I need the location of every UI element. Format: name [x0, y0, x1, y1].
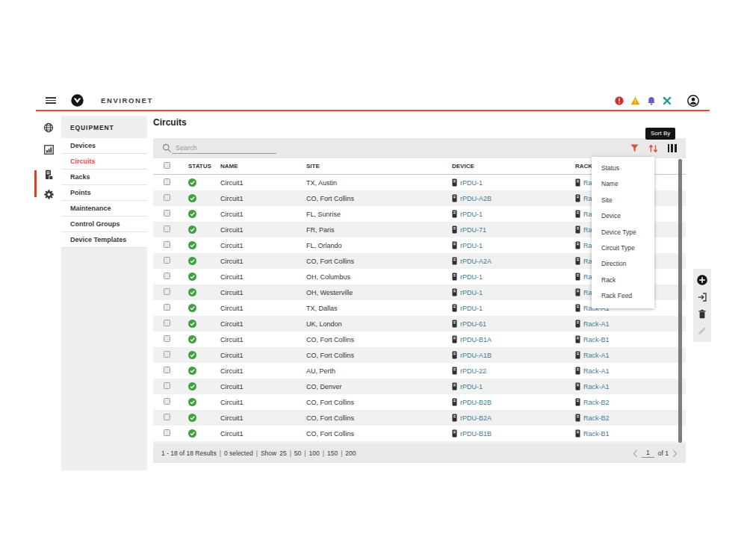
notifications-icon[interactable] — [647, 96, 656, 105]
next-page-icon[interactable] — [672, 449, 678, 458]
filter-icon[interactable] — [630, 144, 639, 152]
device-link[interactable]: rPDU-71 — [460, 226, 486, 234]
rack-link[interactable]: Rack-B2 — [583, 399, 610, 406]
page-size-option[interactable]: 150 — [327, 449, 338, 457]
row-checkbox[interactable] — [164, 178, 170, 185]
device-link[interactable]: rPDU-B1A — [460, 336, 492, 343]
select-all-checkbox[interactable] — [164, 162, 170, 169]
device-link[interactable]: rPDU-1 — [460, 242, 483, 249]
device-link[interactable]: rPDU-22 — [460, 367, 486, 375]
sort-menu-item[interactable]: Device — [592, 208, 654, 224]
row-checkbox[interactable] — [164, 225, 170, 232]
device-link[interactable]: rPDU-A2B — [460, 195, 492, 202]
device-link[interactable]: rPDU-1 — [460, 211, 483, 218]
sidebar-menu-item[interactable]: Control Groups — [61, 217, 147, 232]
add-button[interactable] — [697, 275, 707, 285]
row-checkbox[interactable] — [164, 288, 170, 295]
device-link[interactable]: rPDU-A2A — [460, 258, 492, 265]
search-input[interactable] — [172, 143, 276, 154]
table-row[interactable]: Circuit1 CO, Denver rPDU-1 Rack-A1 — [153, 379, 686, 394]
device-link[interactable]: rPDU-61 — [460, 320, 486, 328]
table-row[interactable]: Circuit1 UK, London rPDU-61 Rack-A1 — [153, 316, 686, 332]
table-row[interactable]: Circuit1 CO, Fort Collins rPDU-B1B Rack-… — [153, 426, 686, 441]
sort-menu-item[interactable]: Direction — [592, 256, 654, 272]
hamburger-menu-icon[interactable] — [46, 96, 56, 105]
sort-icon[interactable] — [648, 144, 658, 153]
sort-menu-item[interactable]: Rack — [592, 273, 654, 288]
table-row[interactable]: Circuit1 CO, Fort Collins rPDU-B1A Rack-… — [153, 332, 686, 347]
columns-icon[interactable] — [668, 144, 677, 152]
sort-by-tooltip: Sort By — [645, 128, 675, 140]
page-size-option[interactable]: 200 — [345, 449, 356, 457]
critical-alarm-icon[interactable] — [615, 96, 624, 105]
sort-menu-item[interactable]: Circuit Type — [592, 240, 654, 256]
column-header-device[interactable]: DEVICE — [444, 163, 568, 169]
table-scrollbar[interactable] — [678, 159, 682, 443]
sidebar-menu-item[interactable]: Circuits — [61, 154, 147, 169]
sidebar-menu-item[interactable]: Racks — [61, 169, 147, 185]
sidebar-menu-item[interactable]: Points — [61, 185, 147, 201]
table-row[interactable]: Circuit1 CO, Fort Collins rPDU-A1B Rack-… — [153, 347, 686, 363]
sort-menu-item[interactable]: Name — [592, 176, 654, 192]
sidebar-menu-item[interactable]: Devices — [61, 138, 147, 154]
rack-link[interactable]: Rack-B2 — [583, 414, 610, 422]
page-size-option[interactable]: 25 — [279, 449, 286, 457]
rack-link[interactable]: Rack-B1 — [583, 430, 610, 438]
column-header-name[interactable]: NAME — [214, 163, 298, 169]
device-link[interactable]: rPDU-B2A — [460, 414, 492, 422]
row-checkbox[interactable] — [164, 210, 170, 217]
warning-alarm-icon[interactable] — [630, 96, 640, 105]
column-header-status[interactable]: STATUS — [176, 163, 214, 169]
sidebar-menu-item[interactable]: Device Templates — [61, 232, 147, 248]
sort-menu-item[interactable]: Site — [592, 193, 654, 208]
settings-gear-icon[interactable] — [44, 190, 54, 199]
row-checkbox[interactable] — [164, 320, 170, 326]
rack-link[interactable]: Rack-A1 — [583, 367, 610, 375]
table-row[interactable]: Circuit1 CO, Fort Collins rPDU-B2A Rack-… — [153, 410, 686, 426]
rack-link[interactable]: Rack-B1 — [583, 336, 610, 343]
rack-link[interactable]: Rack-A1 — [583, 352, 610, 359]
device-link[interactable]: rPDU-1 — [460, 383, 483, 391]
row-checkbox[interactable] — [164, 351, 170, 358]
row-checkbox[interactable] — [164, 367, 170, 373]
table-row[interactable]: Circuit1 CO, Fort Collins rPDU-B2B Rack-… — [153, 394, 686, 410]
row-checkbox[interactable] — [164, 429, 170, 436]
row-checkbox[interactable] — [164, 304, 170, 311]
sort-menu-item[interactable]: Rack Feed — [592, 288, 654, 304]
delete-trash-icon[interactable] — [698, 309, 707, 319]
page-size-option[interactable]: 100 — [309, 449, 320, 457]
equipment-icon[interactable] — [44, 169, 53, 180]
device-link[interactable]: rPDU-1 — [460, 273, 483, 281]
maintenance-tools-icon[interactable] — [663, 96, 672, 105]
page-number-input[interactable]: 1 — [642, 449, 654, 458]
table-row[interactable]: Circuit1 AU, Perth rPDU-22 Rack-A1 — [153, 363, 686, 379]
rack-link[interactable]: Rack-A1 — [583, 320, 610, 328]
device-link[interactable]: rPDU-A1B — [460, 352, 492, 359]
row-checkbox[interactable] — [164, 398, 170, 405]
sidebar-menu-item[interactable]: Maintenance — [61, 201, 147, 217]
row-checkbox[interactable] — [164, 273, 170, 279]
device-link[interactable]: rPDU-B1B — [460, 430, 492, 438]
device-link[interactable]: rPDU-1 — [460, 305, 483, 312]
rack-icon — [575, 351, 580, 359]
sort-menu-item[interactable]: Status — [592, 161, 654, 176]
prev-page-icon[interactable] — [633, 449, 638, 458]
user-account-icon[interactable] — [687, 95, 699, 107]
reports-chart-icon[interactable] — [44, 145, 54, 155]
device-link[interactable]: rPDU-B2B — [460, 399, 492, 406]
device-link[interactable]: rPDU-1 — [460, 179, 483, 187]
column-header-site[interactable]: SITE — [298, 163, 444, 169]
row-checkbox[interactable] — [164, 382, 170, 389]
device-link[interactable]: rPDU-1 — [460, 289, 483, 296]
sort-menu-item[interactable]: Device Type — [592, 225, 654, 240]
page-size-option[interactable]: 50 — [294, 449, 301, 457]
row-checkbox[interactable] — [164, 335, 170, 342]
row-checkbox[interactable] — [164, 194, 170, 201]
row-checkbox[interactable] — [164, 257, 170, 264]
row-checkbox[interactable] — [164, 241, 170, 248]
rack-icon — [575, 257, 580, 265]
move-to-button[interactable] — [698, 293, 707, 302]
row-checkbox[interactable] — [164, 414, 170, 420]
globe-icon[interactable] — [43, 122, 54, 133]
rack-link[interactable]: Rack-A1 — [583, 383, 610, 391]
